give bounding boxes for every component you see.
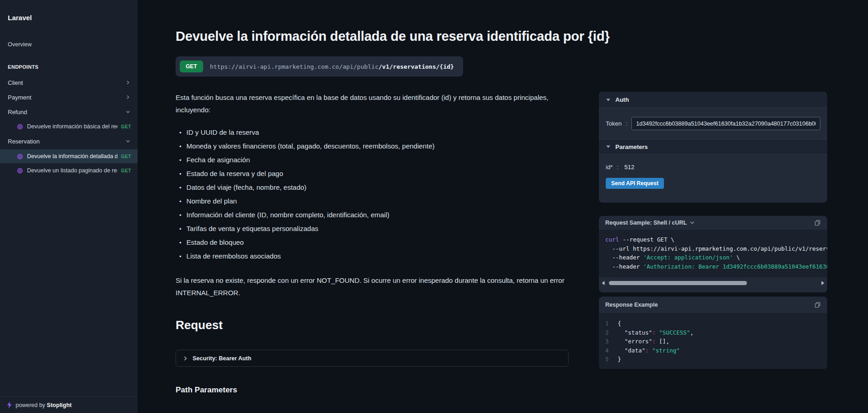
lightning-bolt-icon <box>7 402 12 408</box>
request-sample-header: Request Sample: Shell / cURL <box>599 216 827 230</box>
description-intro: Esta función busca una reserva específic… <box>176 91 568 116</box>
list-item: Información del cliente (ID, nombre comp… <box>179 208 435 222</box>
request-sample-panel: Request Sample: Shell / cURL curl --requ… <box>599 216 827 292</box>
scrollbar-thumb[interactable] <box>609 281 747 285</box>
operation-bullseye-icon <box>17 154 23 160</box>
sidebar-group-label: Refund <box>8 109 27 116</box>
collapse-triangle-icon <box>606 99 610 101</box>
id-parameter-value[interactable]: 512 <box>625 164 635 171</box>
request-sample-language-selector[interactable]: Request Sample: Shell / cURL <box>605 220 694 226</box>
endpoint-url-base: https://airvi-api.rpmarketing.com.co/api… <box>210 63 379 70</box>
api-docs-page: Laravel Overview ENDPOINTS Client Paymen… <box>0 0 868 413</box>
list-item: Datos del viaje (fecha, nombre, estado) <box>179 181 435 194</box>
path-parameters-heading: Path Parameters <box>176 385 237 395</box>
sidebar-group-label: Reservation <box>8 138 39 145</box>
id-parameter-row: id* : 512 <box>599 154 827 171</box>
sidebar-item-label: Devuelve información básica del ree... <box>27 123 117 130</box>
try-it-panel: Auth Token : Parameters id* : 512 Send A… <box>599 92 827 203</box>
operation-bullseye-icon <box>17 124 23 130</box>
chevron-right-icon <box>183 356 188 361</box>
request-heading: Request <box>176 318 223 332</box>
get-method-badge: GET <box>121 124 131 129</box>
endpoint-url: https://airvi-api.rpmarketing.com.co/api… <box>210 63 454 70</box>
sidebar-group-client[interactable]: Client <box>0 75 138 90</box>
copy-icon[interactable] <box>814 302 821 308</box>
parameters-section-header[interactable]: Parameters <box>599 139 827 154</box>
get-method-badge: GET <box>121 168 131 173</box>
endpoints-section-header: ENDPOINTS <box>8 64 39 70</box>
sidebar-item-overview[interactable]: Overview <box>8 41 32 48</box>
security-expander[interactable]: Security: Bearer Auth <box>176 350 569 367</box>
parameters-section-title: Parameters <box>615 143 648 150</box>
list-item: Moneda y valores financieros (total, pag… <box>179 139 435 153</box>
sidebar-group-reservation[interactable]: Reservation <box>0 134 138 149</box>
description-list: ID y UUID de la reserva Moneda y valores… <box>179 126 435 263</box>
sidebar-group-label: Client <box>8 79 23 86</box>
send-api-request-button[interactable]: Send API Request <box>606 178 664 189</box>
sidebar: Laravel Overview ENDPOINTS Client Paymen… <box>0 0 138 413</box>
sidebar-group-label: Payment <box>8 94 31 101</box>
list-item: Tarifas de venta y etiquetas personaliza… <box>179 222 435 236</box>
scrollbar-track[interactable] <box>607 281 819 285</box>
request-sample-title: Request Sample: Shell / cURL <box>605 220 687 226</box>
sidebar-group-refund[interactable]: Refund <box>0 105 138 119</box>
http-method-badge: GET <box>180 61 203 72</box>
scroll-right-arrow-icon[interactable] <box>821 281 824 285</box>
response-example-header: Response Example <box>599 297 827 313</box>
security-label: Security: Bearer Auth <box>193 355 251 362</box>
auth-section-title: Auth <box>615 96 629 103</box>
sidebar-footer: powered by Stoplight <box>0 396 138 413</box>
list-item: ID y UUID de la reserva <box>179 126 435 139</box>
endpoint-url-path: /v1/reservations/{id} <box>379 63 454 70</box>
token-input[interactable] <box>631 117 820 130</box>
sidebar-item-label: Devuelve un listado paginado de rese... <box>27 167 117 174</box>
get-method-badge: GET <box>121 154 131 159</box>
chevron-right-icon <box>126 80 130 85</box>
description-outro: Si la reserva no existe, responde con un… <box>176 274 568 299</box>
page-title: Devuelve la información detallada de una… <box>176 29 610 44</box>
list-item: Estado de bloqueo <box>179 236 435 249</box>
operation-bullseye-icon <box>17 168 23 174</box>
chevron-right-icon <box>126 95 130 99</box>
collapse-triangle-icon <box>606 145 610 148</box>
list-item: Lista de reembolsos asociados <box>179 249 435 263</box>
token-label: Token <box>606 120 622 127</box>
token-colon: : <box>626 120 628 127</box>
list-item: Nombre del plan <box>179 194 435 208</box>
sidebar-group-payment[interactable]: Payment <box>0 90 138 105</box>
list-item: Fecha de asignación <box>179 153 435 167</box>
response-example-panel: Response Example 1{2 "status": "SUCCESS"… <box>599 297 827 369</box>
project-title[interactable]: Laravel <box>8 14 32 22</box>
horizontal-scrollbar[interactable] <box>602 279 824 286</box>
auth-section-header[interactable]: Auth <box>599 92 827 108</box>
chevron-down-icon <box>690 221 694 224</box>
chevron-down-icon <box>126 139 130 143</box>
response-example-title: Response Example <box>605 302 658 308</box>
id-parameter-label: id* <box>606 164 613 171</box>
powered-by-stoplight[interactable]: powered by Stoplight <box>16 402 72 408</box>
token-row: Token : <box>599 108 827 139</box>
id-parameter-colon: : <box>617 164 619 171</box>
sidebar-item-label: Devuelve la información detallada de ... <box>27 153 117 160</box>
scroll-left-arrow-icon[interactable] <box>602 281 605 285</box>
response-json-code-block: 1{2 "status": "SUCCESS",3 "errors": [],4… <box>599 313 827 369</box>
chevron-down-icon <box>126 110 130 114</box>
sidebar-item-reservation-detail-active[interactable]: Devuelve la información detallada de ...… <box>0 149 138 163</box>
curl-code-block: curl --request GET \ --url https://airvi… <box>599 230 827 277</box>
endpoint-url-bar: GET https://airvi-api.rpmarketing.com.co… <box>176 56 463 77</box>
sidebar-item-reservation-list[interactable]: Devuelve un listado paginado de rese... … <box>0 164 138 177</box>
list-item: Estado de la reserva y del pago <box>179 167 435 181</box>
sidebar-item-refund-operation[interactable]: Devuelve información básica del ree... G… <box>0 120 138 133</box>
copy-icon[interactable] <box>814 220 821 226</box>
